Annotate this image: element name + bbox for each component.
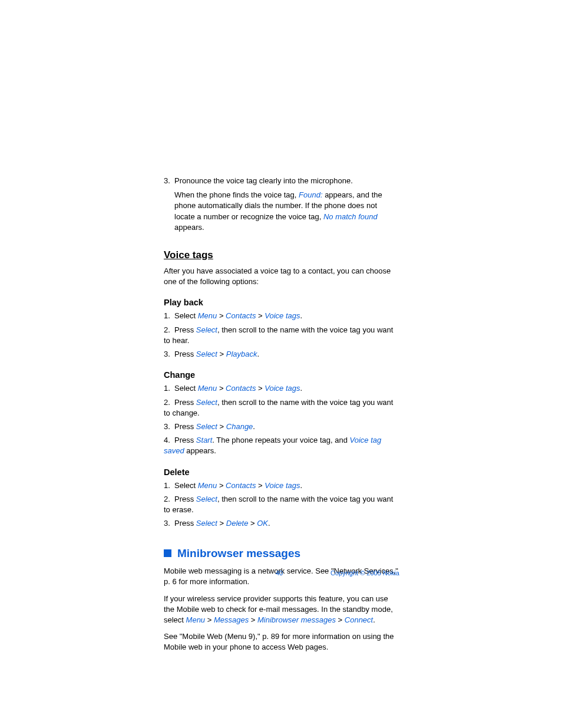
list-item: 3.Pronounce the voice tag clearly into t… (164, 176, 399, 233)
body-text: When the phone finds the voice tag, Foun… (164, 190, 399, 233)
ui-term: Menu (198, 384, 217, 393)
heading-delete: Delete (164, 466, 399, 478)
heading-change: Change (164, 369, 399, 381)
ui-term: Select (196, 350, 217, 358)
body-text: After you have associated a voice tag to… (164, 266, 399, 287)
ui-term: Menu (186, 615, 206, 624)
ui-term: Start (196, 436, 212, 444)
ui-term: Select (196, 495, 217, 503)
copyright: Copyright © 2005 Nokia (330, 569, 399, 577)
ui-term: Found: (299, 190, 322, 199)
ui-term: Contacts (226, 481, 256, 490)
heading-play-back: Play back (164, 297, 399, 308)
ui-term: Select (196, 325, 217, 334)
ui-term: Contacts (226, 311, 256, 320)
list-item: 3.Press Select > Change. (164, 421, 399, 432)
ui-term: Menu (198, 311, 217, 320)
ui-term: Voice tags (265, 311, 300, 320)
heading-minibrowser: Minibrowser messages (177, 546, 300, 562)
ui-term: Change (226, 422, 253, 431)
list-item: 4.Press Start. The phone repeats your vo… (164, 435, 399, 456)
list-item: 1.Select Menu > Contacts > Voice tags. (164, 480, 399, 491)
ui-term: Messages (214, 615, 249, 624)
ui-term: Playback (226, 350, 257, 358)
heading-voice-tags: Voice tags (164, 248, 399, 262)
ui-term: OK (257, 519, 268, 528)
body-text: See "Mobile Web (Menu 9)," p. 89 for mor… (164, 631, 399, 653)
ui-term: Select (196, 422, 217, 431)
list-item: 2.Press Select, then scroll to the name … (164, 397, 399, 419)
ui-term: Minibrowser messages (257, 615, 336, 624)
ui-term: Voice tags (265, 384, 300, 393)
ui-term: Contacts (226, 384, 256, 393)
ui-term: Menu (198, 481, 217, 490)
list-item: 3.Press Select > Playback. (164, 349, 399, 360)
list-item: 2.Press Select, then scroll to the name … (164, 494, 399, 515)
section-heading: Minibrowser messages (164, 546, 399, 562)
body-text: If your wireless service provider suppor… (164, 594, 399, 626)
page-content: 3.Pronounce the voice tag clearly into t… (164, 176, 399, 659)
list-item: 2.Press Select, then scroll to the name … (164, 325, 399, 346)
page-number: 40 (276, 569, 283, 577)
ui-term: Select (196, 519, 217, 528)
ui-term: No match found (323, 212, 378, 221)
ui-term: Voice tags (265, 481, 300, 490)
list-item: 3.Press Select > Delete > OK. (164, 518, 399, 529)
list-num: 3. (164, 176, 174, 186)
list-item: 1.Select Menu > Contacts > Voice tags. (164, 311, 399, 321)
ui-term: Select (196, 398, 217, 407)
ui-term: Connect (345, 615, 373, 624)
body-text: Pronounce the voice tag clearly into the… (174, 176, 353, 185)
list-item: 1.Select Menu > Contacts > Voice tags. (164, 383, 399, 394)
square-bullet-icon (164, 549, 171, 557)
ui-term: Delete (226, 519, 249, 528)
